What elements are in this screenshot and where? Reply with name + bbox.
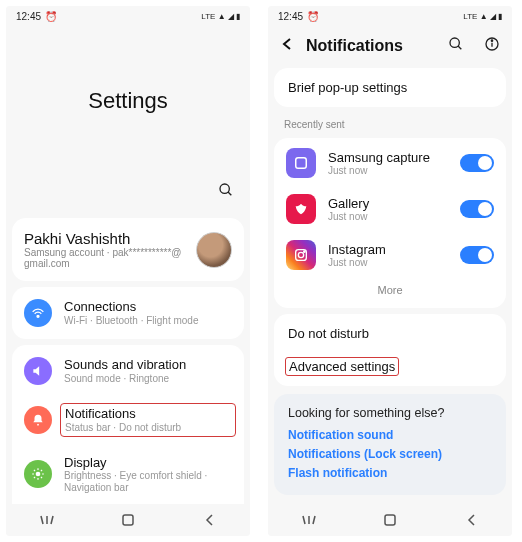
recents-button[interactable] xyxy=(38,511,56,529)
nav-bar xyxy=(268,504,512,536)
do-not-disturb-item[interactable]: Do not disturb xyxy=(274,314,506,353)
connections-card: Connections Wi-Fi · Bluetooth · Flight m… xyxy=(12,287,244,339)
item-sub: Wi-Fi · Bluetooth · Flight mode xyxy=(64,315,232,327)
nav-bar xyxy=(6,504,250,536)
avatar[interactable] xyxy=(196,232,232,268)
search-icon[interactable] xyxy=(448,36,464,56)
status-icons: LTE ▲ ◢ ▮ xyxy=(463,12,502,21)
bell-icon xyxy=(24,406,52,434)
link-notifications-lock-screen[interactable]: Notifications (Lock screen) xyxy=(288,447,492,461)
status-bar: 12:45 ⏰ LTE ▲ ◢ ▮ xyxy=(6,6,250,26)
status-indicator-icon: ⏰ xyxy=(307,11,319,22)
home-button[interactable] xyxy=(381,511,399,529)
sound-icon xyxy=(24,357,52,385)
item-sub: Status bar · Do not disturb xyxy=(65,422,231,434)
svg-line-16 xyxy=(51,516,53,524)
item-sub: Sound mode · Ringtone xyxy=(64,373,232,385)
item-title: Connections xyxy=(64,299,232,315)
svg-line-1 xyxy=(228,192,231,195)
page-title: Notifications xyxy=(306,37,436,55)
toggle-switch[interactable] xyxy=(460,246,494,264)
looking-for-card: Looking for something else? Notification… xyxy=(274,394,506,495)
status-time: 12:45 xyxy=(16,11,41,22)
app-row-gallery[interactable]: Gallery Just now xyxy=(274,186,506,232)
account-sub: Samsung account · pak***********@gmail.c… xyxy=(24,247,186,269)
app-row-samsung-capture[interactable]: Samsung capture Just now xyxy=(274,140,506,186)
back-button[interactable] xyxy=(200,511,218,529)
account-name: Pakhi Vashishth xyxy=(24,230,186,247)
gallery-icon xyxy=(286,194,316,224)
more-button[interactable]: More xyxy=(274,278,506,306)
app-name: Samsung capture xyxy=(328,150,448,165)
connections-item[interactable]: Connections Wi-Fi · Bluetooth · Flight m… xyxy=(12,289,244,337)
svg-line-12 xyxy=(41,470,42,471)
item-sub: Brightness · Eye comfort shield · Naviga… xyxy=(64,470,232,494)
app-row-instagram[interactable]: Instagram Just now xyxy=(274,232,506,278)
svg-line-11 xyxy=(34,477,35,478)
notifications-screen: 12:45 ⏰ LTE ▲ ◢ ▮ Notifications Brief po… xyxy=(268,6,512,536)
home-button[interactable] xyxy=(119,511,137,529)
svg-point-18 xyxy=(450,38,459,47)
app-sub: Just now xyxy=(328,165,448,176)
recent-apps-card: Samsung capture Just now Gallery Just no… xyxy=(274,138,506,308)
settings-screen: 12:45 ⏰ LTE ▲ ◢ ▮ Settings Pakhi Vashish… xyxy=(6,6,250,536)
brief-popup-settings[interactable]: Brief pop-up settings xyxy=(274,68,506,107)
svg-rect-30 xyxy=(385,515,395,525)
notifications-item[interactable]: Notifications Status bar · Do not distur… xyxy=(12,395,244,445)
svg-point-22 xyxy=(491,40,492,41)
item-title: Sounds and vibration xyxy=(64,357,232,373)
svg-point-4 xyxy=(36,472,41,477)
svg-point-0 xyxy=(220,184,229,193)
sun-icon xyxy=(24,460,52,488)
sounds-item[interactable]: Sounds and vibration Sound mode · Ringto… xyxy=(12,347,244,395)
svg-rect-17 xyxy=(123,515,133,525)
app-name: Gallery xyxy=(328,196,448,211)
instagram-icon xyxy=(286,240,316,270)
svg-point-2 xyxy=(37,315,39,317)
status-icons: LTE ▲ ◢ ▮ xyxy=(201,12,240,21)
svg-point-26 xyxy=(304,251,305,252)
back-button[interactable] xyxy=(462,511,480,529)
svg-line-29 xyxy=(313,516,315,524)
svg-point-25 xyxy=(298,252,303,257)
account-card[interactable]: Pakhi Vashishth Samsung account · pak***… xyxy=(12,218,244,281)
advanced-settings-item[interactable]: Advanced settings xyxy=(274,353,506,386)
settings-group-card: Sounds and vibration Sound mode · Ringto… xyxy=(12,345,244,504)
looking-title: Looking for something else? xyxy=(288,406,492,420)
app-name: Instagram xyxy=(328,242,448,257)
item-title: Notifications xyxy=(65,406,231,422)
svg-point-3 xyxy=(37,424,39,426)
svg-line-27 xyxy=(303,516,305,524)
svg-line-9 xyxy=(34,470,35,471)
status-time: 12:45 xyxy=(278,11,303,22)
item-title: Display xyxy=(64,455,232,471)
app-sub: Just now xyxy=(328,211,448,222)
link-flash-notification[interactable]: Flash notification xyxy=(288,466,492,480)
toggle-switch[interactable] xyxy=(460,200,494,218)
svg-line-10 xyxy=(41,477,42,478)
display-item[interactable]: Display Brightness · Eye comfort shield … xyxy=(12,445,244,504)
svg-rect-23 xyxy=(296,158,307,169)
recents-button[interactable] xyxy=(300,511,318,529)
dnd-advanced-card: Do not disturb Advanced settings xyxy=(274,314,506,386)
search-icon[interactable] xyxy=(218,182,234,202)
svg-line-14 xyxy=(41,516,43,524)
app-sub: Just now xyxy=(328,257,448,268)
info-icon[interactable] xyxy=(484,36,500,56)
status-bar: 12:45 ⏰ LTE ▲ ◢ ▮ xyxy=(268,6,512,26)
samsung-capture-icon xyxy=(286,148,316,178)
recently-sent-label: Recently sent xyxy=(268,113,512,132)
toggle-switch[interactable] xyxy=(460,154,494,172)
wifi-icon xyxy=(24,299,52,327)
link-notification-sound[interactable]: Notification sound xyxy=(288,428,492,442)
back-icon[interactable] xyxy=(280,37,294,55)
status-indicator-icon: ⏰ xyxy=(45,11,57,22)
svg-line-19 xyxy=(458,46,461,49)
page-title: Settings xyxy=(6,26,250,176)
